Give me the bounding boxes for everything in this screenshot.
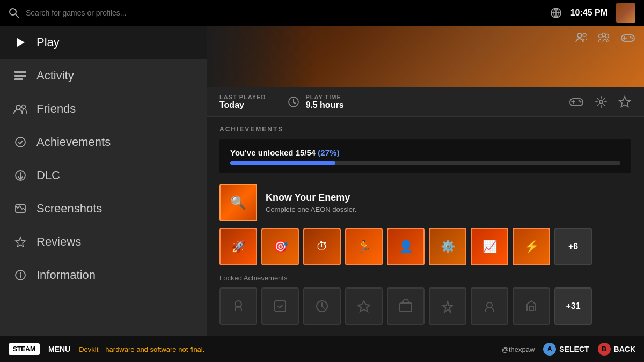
- back-action[interactable]: B BACK: [598, 343, 635, 356]
- svg-rect-44: [400, 303, 412, 312]
- play-time-label: PLAY TIME: [305, 94, 343, 100]
- locked-achievements-title: Locked Achievements: [219, 274, 631, 282]
- achievement-progress-container: You've unlocked 15/54 (27%): [219, 139, 631, 173]
- svg-marker-43: [358, 301, 370, 312]
- svg-point-21: [583, 33, 586, 36]
- achievement-tile[interactable]: ⚙️: [429, 228, 466, 265]
- username: @thexpaw: [502, 345, 535, 353]
- progress-bar-bg: [230, 161, 620, 165]
- sidebar-item-label: Friends: [36, 102, 76, 116]
- achievement-tile[interactable]: 🏃: [345, 228, 383, 265]
- sidebar-item-information[interactable]: Information: [0, 258, 207, 292]
- sidebar-item-label: Information: [36, 268, 96, 282]
- stats-actions: [569, 95, 631, 108]
- achievement-tile[interactable]: 👤: [387, 228, 425, 265]
- avatar: [616, 3, 635, 23]
- svg-marker-16: [16, 237, 25, 247]
- stats-row: LAST PLAYED Today PLAY TIME 9.5 hours: [207, 87, 644, 117]
- sidebar-item-play[interactable]: Play: [0, 26, 207, 59]
- achievement-desc: Complete one AEON dossier.: [266, 205, 631, 213]
- steam-badge: STEAM: [9, 343, 40, 355]
- sidebar-item-dlc[interactable]: DLC: [0, 159, 207, 192]
- achievement-tile[interactable]: ⏱: [303, 228, 341, 265]
- sidebar-item-screenshots[interactable]: Screenshots: [0, 192, 207, 225]
- top-bar: 10:45 PM: [0, 0, 644, 26]
- svg-rect-7: [14, 71, 26, 73]
- svg-rect-9: [14, 78, 23, 80]
- achievement-unlocked-count: You've unlocked 15/54: [230, 148, 316, 157]
- locked-achievement-tile[interactable]: [219, 287, 257, 325]
- menu-label: MENU: [48, 345, 70, 353]
- svg-rect-46: [529, 306, 533, 311]
- achievement-tile[interactable]: ⚡: [513, 228, 550, 265]
- a-button[interactable]: A: [543, 343, 556, 356]
- top-bar-right: 10:45 PM: [550, 3, 635, 23]
- time-display: 10:45 PM: [570, 8, 608, 18]
- banner-community-icon[interactable]: [598, 32, 610, 43]
- settings-action-icon[interactable]: [595, 95, 608, 108]
- svg-point-19: [20, 272, 21, 274]
- locked-achievement-tile[interactable]: [429, 287, 466, 325]
- dlc-icon: [13, 169, 28, 181]
- locked-achievement-tile[interactable]: [261, 287, 299, 325]
- sidebar-item-label: Reviews: [36, 235, 81, 249]
- sidebar-item-label: Screenshots: [36, 202, 102, 216]
- banner-friends-icon[interactable]: [575, 32, 587, 43]
- achievement-percent: (27%): [318, 148, 339, 157]
- main-layout: Play Activity Friends: [0, 26, 644, 362]
- sidebar: Play Activity Friends: [0, 26, 207, 362]
- svg-point-20: [577, 33, 582, 38]
- clock-icon: [287, 95, 300, 108]
- more-locked-badge[interactable]: +31: [554, 287, 592, 325]
- bottom-bar: STEAM MENU Devkit—hardware and software …: [0, 336, 644, 362]
- svg-point-0: [10, 9, 16, 15]
- sidebar-item-activity[interactable]: Activity: [0, 59, 207, 92]
- svg-rect-8: [14, 75, 26, 77]
- achievement-tile[interactable]: 🚀: [219, 228, 257, 265]
- search-input[interactable]: [26, 9, 544, 17]
- devkit-notice: Devkit—hardware and software not final.: [79, 345, 493, 353]
- achievement-progress-text: You've unlocked 15/54 (27%): [230, 148, 620, 157]
- banner-controller-icon[interactable]: [620, 32, 635, 43]
- svg-marker-39: [619, 97, 630, 107]
- sidebar-item-label: Activity: [36, 69, 74, 83]
- sidebar-item-friends[interactable]: Friends: [0, 92, 207, 125]
- search-icon: [9, 8, 19, 18]
- game-banner: [207, 26, 644, 87]
- svg-point-36: [579, 100, 580, 102]
- svg-point-12: [16, 137, 25, 147]
- last-played-value: Today: [219, 100, 266, 110]
- sidebar-item-reviews[interactable]: Reviews: [0, 225, 207, 258]
- svg-point-10: [16, 105, 20, 109]
- svg-point-15: [17, 207, 19, 209]
- sidebar-item-label: Achievements: [36, 135, 111, 149]
- sidebar-item-achievements[interactable]: Achievements: [0, 125, 207, 159]
- locked-achievement-tile[interactable]: [345, 287, 383, 325]
- screenshots-icon: [13, 203, 28, 215]
- star-action-icon[interactable]: [618, 95, 631, 108]
- globe-icon: [550, 7, 562, 19]
- locked-achievement-tile[interactable]: [513, 287, 550, 325]
- achievement-tile[interactable]: 📈: [471, 228, 508, 265]
- svg-point-29: [632, 38, 633, 39]
- controller-action-icon[interactable]: [569, 97, 584, 107]
- locked-achievement-tile[interactable]: [387, 287, 425, 325]
- locked-achievement-tile[interactable]: [471, 287, 508, 325]
- more-unlocked-badge[interactable]: +6: [554, 228, 592, 265]
- reviews-icon: [13, 236, 28, 248]
- svg-marker-6: [17, 38, 25, 47]
- achievement-icon-large: 🔍: [219, 184, 257, 221]
- locked-achievement-tile[interactable]: [303, 287, 341, 325]
- b-button[interactable]: B: [598, 343, 611, 356]
- play-icon: [13, 36, 28, 48]
- locked-achievements-grid: +31: [219, 287, 631, 325]
- svg-point-28: [630, 36, 632, 38]
- select-label: SELECT: [559, 345, 589, 353]
- achievement-info: Know Your Enemy Complete one AEON dossie…: [266, 192, 631, 213]
- svg-point-37: [580, 101, 582, 103]
- achievements-section: ACHIEVEMENTS You've unlocked 15/54 (27%)…: [207, 117, 644, 362]
- achievement-tile[interactable]: 🎯: [261, 228, 299, 265]
- unlocked-achievements-grid: 🚀 🎯 ⏱ 🏃 👤 ⚙️ 📈: [219, 228, 631, 265]
- select-action[interactable]: A SELECT: [543, 343, 589, 356]
- banner-icons: [575, 32, 635, 43]
